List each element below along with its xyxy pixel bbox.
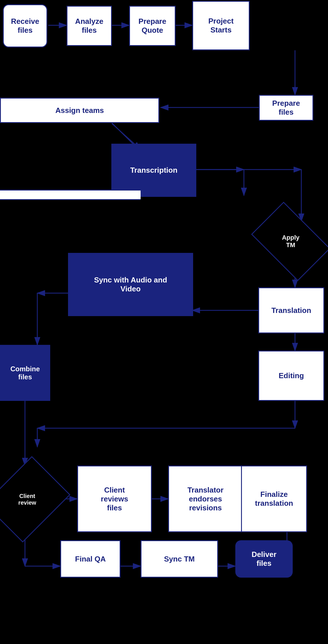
assign-teams-node: Assign teams [0, 98, 159, 123]
project-starts-node: Project Starts [192, 1, 250, 50]
apply-tm-node: Apply TM [258, 218, 324, 264]
editing-node: Editing [258, 351, 324, 401]
deliver-files-node: Deliver files [235, 540, 293, 578]
translation-node: Translation [258, 287, 324, 333]
finalize-translation-node: Finalize translation [241, 466, 307, 532]
client-review-node: Client review [0, 466, 55, 533]
combine-files-node: Combine files [0, 345, 50, 401]
client-reviews-files-node: Client reviews files [77, 466, 152, 532]
prepare-quote-node: Prepare Quote [129, 6, 176, 46]
flowchart: Receive files Analyze files Prepare Quot… [0, 0, 328, 644]
translator-endorses-node: Translator endorses revisions [168, 466, 243, 532]
transcription-node: Transcription [111, 144, 196, 197]
sync-tm-node: Sync TM [141, 540, 218, 578]
prepare-files-node: Prepare files [259, 95, 313, 121]
receive-files-node: Receive files [3, 4, 47, 47]
final-qa-node: Final QA [60, 540, 121, 578]
sync-audio-video-node: Sync with Audio and Video [68, 253, 193, 316]
horizontal-bar [0, 190, 141, 200]
analyze-files-node: Analyze files [67, 6, 112, 46]
